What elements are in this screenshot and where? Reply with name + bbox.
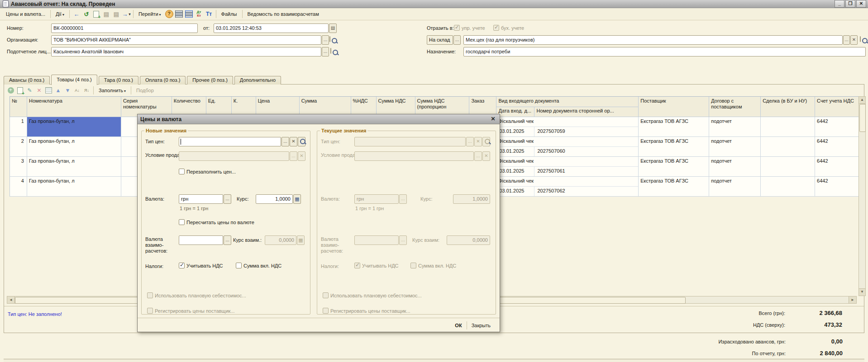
fill-menu-button[interactable]: Заполнить▾	[95, 86, 129, 94]
post-document-icon[interactable]: →▾	[122, 9, 131, 19]
close-dialog-button[interactable]: Закрыть	[467, 321, 495, 329]
ellipsis-button[interactable]: ...	[453, 35, 461, 45]
ellipsis-button[interactable]: ...	[322, 47, 329, 56]
calculator-icon[interactable]: ▦	[293, 194, 301, 204]
deal-cell[interactable]	[761, 117, 815, 137]
restore-button[interactable]: ❐	[845, 0, 855, 8]
deal-cell[interactable]	[761, 177, 815, 197]
deal-cell[interactable]	[761, 137, 815, 157]
clear-icon[interactable]: ✕	[850, 35, 858, 45]
account-cell[interactable]: 6442	[815, 177, 859, 197]
account-cell[interactable]: 6442	[815, 157, 859, 177]
ellipsis-button[interactable]: ...	[224, 235, 231, 245]
scrollbar-thumb[interactable]	[859, 104, 866, 132]
warehouse-field[interactable]: Мех.цех (газ для погрузчиков)	[463, 35, 843, 45]
calendar-icon[interactable]: ▤	[329, 24, 337, 33]
refill-prices-checkbox[interactable]: Перезаполнить цен...	[179, 169, 236, 174]
search-icon[interactable]	[329, 36, 330, 42]
move-up-icon[interactable]: ▲	[54, 86, 62, 95]
search-icon[interactable]	[860, 36, 861, 42]
vat-included-checkbox[interactable]: Сумма вкл. НДС	[236, 263, 281, 268]
totals-icon[interactable]: Тт	[205, 9, 214, 19]
supplier-cell[interactable]: Екстрагаз ТОВ АГЗС	[639, 157, 709, 177]
prices-currency-button[interactable]: Цены и валюта...	[3, 10, 48, 18]
copy-add-icon[interactable]	[92, 9, 101, 19]
account-cell[interactable]: 6442	[815, 137, 859, 157]
rate-field[interactable]: 1,0000	[256, 194, 293, 204]
scroll-up-icon[interactable]: ▲	[859, 97, 865, 104]
vertical-scrollbar[interactable]: ▲ ▼	[858, 96, 866, 296]
scroll-down-icon[interactable]: ▼	[859, 288, 865, 296]
delete-row-icon[interactable]: ✕	[35, 86, 43, 95]
files-button[interactable]: Файлы	[218, 10, 240, 18]
warehouse-type-button[interactable]: На склад	[427, 35, 453, 45]
scroll-left-icon[interactable]: ◄	[7, 296, 15, 303]
incoming-doc-cell[interactable]: Фіскальний чек 03.01.20252027507061	[496, 157, 639, 177]
structure-icon[interactable]	[185, 9, 194, 19]
ellipsis-button[interactable]: ...	[281, 137, 289, 146]
ellipsis-button[interactable]: ...	[322, 35, 329, 45]
tab-containers[interactable]: Тара (0 поз.)	[99, 76, 138, 85]
scroll-right-icon[interactable]: ►	[849, 296, 856, 303]
help-icon[interactable]: ?	[165, 9, 174, 19]
list-settings-icon[interactable]	[175, 9, 184, 19]
row-number-cell[interactable]: 3	[10, 157, 27, 177]
clear-icon[interactable]: ✕	[290, 137, 297, 146]
save-close-icon[interactable]: ←	[72, 9, 81, 19]
close-button[interactable]: ✕	[856, 0, 866, 8]
ellipsis-button[interactable]: ...	[224, 194, 231, 204]
sort-asc-icon[interactable]: А↓	[73, 86, 81, 95]
nomenclature-cell[interactable]: Газ пропан-бутан, л	[27, 157, 121, 177]
row-number-cell[interactable]: 4	[10, 177, 27, 197]
tab-advances[interactable]: Авансы (0 поз.)	[4, 76, 50, 85]
tab-other[interactable]: Прочее (0 поз.)	[187, 76, 233, 85]
nomenclature-cell[interactable]: Газ пропан-бутан, л	[27, 137, 121, 157]
ok-button[interactable]: ОК	[450, 321, 467, 329]
add-row-icon[interactable]: +	[6, 86, 15, 95]
nomenclature-cell[interactable]: Газ пропан-бутан, л	[27, 177, 121, 197]
statement-button[interactable]: Ведомость по взаиморасчетам	[244, 10, 322, 18]
vat-account-checkbox[interactable]: Учитывать НДС	[179, 263, 223, 268]
currency-field[interactable]: грн	[179, 194, 223, 204]
settlement-currency-field[interactable]	[179, 235, 223, 245]
search-icon[interactable]	[330, 48, 331, 54]
incoming-doc-cell[interactable]: Фіскальний чек 03.01.20252027507062	[496, 177, 639, 197]
contract-cell[interactable]: подотчет	[709, 157, 761, 177]
supplier-cell[interactable]: Екстрагаз ТОВ АГЗС	[639, 177, 709, 197]
contract-cell[interactable]: подотчет	[709, 117, 761, 137]
recalc-prices-checkbox[interactable]: Пересчитать цены по валюте	[179, 219, 254, 225]
contract-cell[interactable]: подотчет	[709, 137, 761, 157]
accountable-person-field[interactable]: Касьяненко Анатолій Іванович	[51, 47, 321, 56]
tab-additional[interactable]: Дополнительно	[234, 76, 281, 85]
vat-total-row: НДС (сверху): 473,32	[753, 321, 842, 328]
date-field[interactable]: 03.01.2025 12:40:53	[214, 24, 329, 33]
supplier-cell[interactable]: Екстрагаз ТОВ АГЗС	[639, 137, 709, 157]
contract-cell[interactable]: подотчет	[709, 177, 761, 197]
ellipsis-button[interactable]: ...	[843, 35, 850, 45]
incoming-doc-cell[interactable]: Фіскальний чек 03.01.20252027507060	[496, 137, 639, 157]
refresh-icon[interactable]: ↺	[82, 9, 91, 19]
organization-field[interactable]: ТОВ "ВИНОКУРНЯ АККЕРМАНА"	[51, 35, 321, 45]
supplier-cell[interactable]: Екстрагаз ТОВ АГЗС	[639, 117, 709, 137]
actions-menu-button[interactable]: Дії▾	[52, 10, 67, 18]
move-down-icon[interactable]: ▼	[63, 86, 72, 95]
deal-cell[interactable]	[761, 157, 815, 177]
number-field[interactable]: ВК-00000001	[51, 24, 198, 33]
edit-row-icon[interactable]: ✎	[25, 86, 34, 95]
nomenclature-cell[interactable]: Газ пропан-бутан, л	[27, 117, 121, 137]
dialog-close-icon[interactable]: ✕	[489, 116, 497, 122]
tab-goods[interactable]: Товары (4 поз.)	[51, 75, 97, 85]
go-menu-button[interactable]: Перейти▾	[135, 10, 164, 18]
price-type-field[interactable]	[179, 137, 281, 146]
search-icon[interactable]	[298, 137, 305, 146]
copy-row-icon[interactable]	[16, 86, 24, 95]
incoming-doc-cell[interactable]: Фіскальний чек 03.01.20252027507059	[496, 117, 639, 137]
tab-payment[interactable]: Оплата (0 поз.)	[140, 76, 186, 85]
account-cell[interactable]: 6442	[815, 117, 859, 137]
purpose-field[interactable]: господарчі потреби	[463, 47, 866, 56]
sort-desc-icon[interactable]: Я↓	[82, 86, 91, 95]
row-number-cell[interactable]: 2	[10, 137, 27, 157]
row-number-cell[interactable]: 1	[10, 117, 27, 137]
dtkt-posting-icon[interactable]: ДтКт	[195, 9, 204, 19]
minimize-button[interactable]: _	[835, 0, 844, 8]
